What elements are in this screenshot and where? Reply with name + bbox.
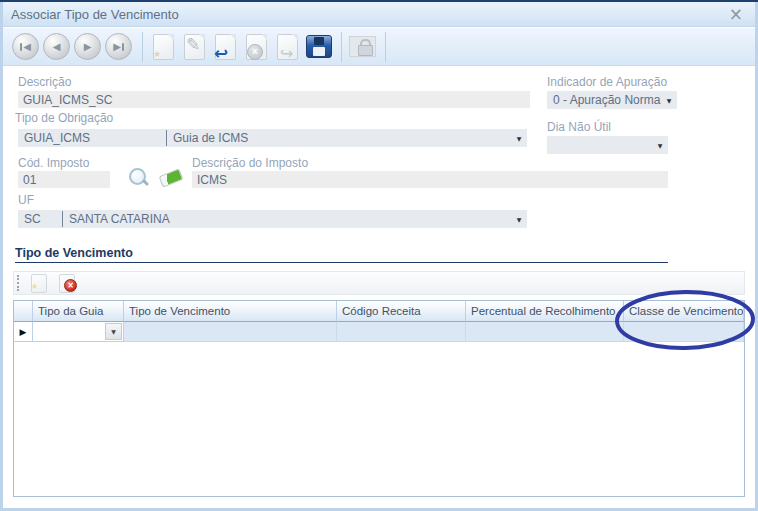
previous-record-button[interactable]: ◀ bbox=[43, 33, 70, 60]
toolbar-separator bbox=[341, 32, 342, 62]
grid-toolbar: ★ × bbox=[13, 271, 745, 295]
last-record-button[interactable]: ▶ bbox=[105, 33, 132, 60]
lock-panel-icon bbox=[349, 36, 376, 57]
grid-header-row: Tipo da Guia Tipo de Vencimento Código R… bbox=[14, 301, 744, 322]
cod-imposto-field[interactable]: 01 bbox=[18, 171, 110, 188]
cell-classe-de-vencimento[interactable] bbox=[624, 322, 744, 342]
first-record-bar-icon bbox=[20, 43, 22, 51]
uf-combobox[interactable]: SC SANTA CATARINA ▼ bbox=[18, 210, 527, 228]
next-record-button[interactable]: ▶ bbox=[74, 33, 101, 60]
search-icon[interactable] bbox=[129, 168, 146, 185]
grid-header-percentual-de-recolhimento[interactable]: Percentual de Recolhimento bbox=[466, 301, 624, 322]
indicador-apuracao-label: Indicador de Apuração bbox=[547, 75, 667, 89]
descricao-imposto-field[interactable]: ICMS bbox=[192, 171, 668, 188]
close-icon[interactable]: × bbox=[725, 6, 747, 23]
cancel-x-icon: × bbox=[247, 44, 263, 60]
cancel-button[interactable]: × bbox=[242, 31, 271, 63]
dialog-associar-tipo-de-vencimento: Associar Tipo de Vencimento × ◀ ◀ ▶ ▶ ★ … bbox=[0, 0, 758, 511]
lock-button[interactable] bbox=[348, 31, 377, 63]
redo-arrow-icon: ↪ bbox=[280, 46, 293, 62]
cell-tipo-da-guia[interactable]: ▼ bbox=[33, 322, 124, 342]
main-toolbar: ◀ ◀ ▶ ▶ ★ ✎ ↩ × ↪ bbox=[3, 28, 755, 66]
cell-tipo-de-vencimento[interactable] bbox=[124, 322, 337, 342]
row-selector-icon: ▶ bbox=[20, 327, 27, 337]
first-record-button[interactable]: ◀ bbox=[12, 33, 39, 60]
eraser-icon[interactable] bbox=[159, 168, 184, 187]
chevron-down-icon[interactable]: ▼ bbox=[105, 323, 122, 340]
add-row-button[interactable]: ★ bbox=[27, 273, 51, 293]
dia-nao-util-combobox[interactable]: ▼ bbox=[547, 136, 668, 154]
cell-percentual-de-recolhimento[interactable] bbox=[466, 322, 624, 342]
descricao-imposto-label: Descrição do Imposto bbox=[192, 156, 308, 170]
section-title-tipo-de-vencimento: Tipo de Vencimento bbox=[15, 246, 668, 263]
chevron-down-icon[interactable]: ▼ bbox=[652, 142, 668, 149]
uf-label: UF bbox=[18, 193, 34, 207]
undo-arrow-icon: ↩ bbox=[214, 45, 228, 62]
last-record-arrow-icon: ▶ bbox=[113, 42, 121, 52]
grid-header-tipo-de-vencimento[interactable]: Tipo de Vencimento bbox=[124, 301, 337, 322]
save-floppy-icon bbox=[306, 35, 332, 58]
first-record-arrow-icon: ◀ bbox=[23, 42, 31, 52]
uf-code: SC bbox=[18, 212, 62, 226]
add-row-star-icon: ★ bbox=[31, 282, 38, 291]
cell-codigo-receita[interactable] bbox=[337, 322, 466, 342]
dia-nao-util-label: Dia Não Útil bbox=[547, 120, 611, 134]
cod-imposto-label: Cód. Imposto bbox=[18, 156, 89, 170]
window-border-left bbox=[0, 2, 3, 511]
tipo-obrigacao-label: Tipo de Obrigação bbox=[15, 111, 113, 125]
delete-row-x-icon: × bbox=[64, 279, 77, 292]
previous-record-arrow-icon: ◀ bbox=[53, 42, 61, 52]
grid-header-selector bbox=[14, 301, 33, 322]
uf-name: SANTA CATARINA bbox=[63, 212, 511, 226]
padlock-body-icon bbox=[358, 45, 373, 56]
new-star-icon: ★ bbox=[153, 50, 161, 59]
toolbar-separator bbox=[142, 32, 143, 62]
chevron-down-icon[interactable]: ▼ bbox=[511, 216, 527, 223]
next-record-arrow-icon: ▶ bbox=[84, 42, 92, 52]
table-row: ▶ ▼ bbox=[14, 322, 744, 342]
tipo-obrigacao-name: Guia de ICMS bbox=[167, 131, 511, 145]
last-record-bar-icon bbox=[122, 43, 124, 51]
delete-row-button[interactable]: × bbox=[55, 273, 79, 293]
grid-header-tipo-da-guia[interactable]: Tipo da Guia bbox=[33, 301, 124, 322]
tipo-obrigacao-code: GUIA_ICMS bbox=[18, 131, 166, 145]
undo-button[interactable]: ↩ bbox=[211, 31, 240, 63]
descricao-label: Descrição bbox=[18, 75, 71, 89]
tipo-vencimento-grid: Tipo da Guia Tipo de Vencimento Código R… bbox=[13, 300, 745, 497]
descricao-field[interactable]: GUIA_ICMS_SC bbox=[18, 91, 530, 108]
edit-record-button[interactable]: ✎ bbox=[180, 31, 209, 63]
edit-pencil-icon: ✎ bbox=[186, 36, 200, 53]
grid-header-codigo-receita[interactable]: Código Receita bbox=[337, 301, 466, 322]
toolbar-separator bbox=[385, 32, 386, 62]
grid-header-classe-de-vencimento[interactable]: Classe de Vencimento bbox=[624, 301, 744, 322]
new-record-button[interactable]: ★ bbox=[149, 31, 178, 63]
title-bar: Associar Tipo de Vencimento × bbox=[3, 2, 755, 27]
redo-button[interactable]: ↪ bbox=[273, 31, 302, 63]
indicador-apuracao-value: 0 - Apuração Normal bbox=[547, 93, 661, 107]
row-selector-cell[interactable]: ▶ bbox=[14, 322, 33, 342]
window-title: Associar Tipo de Vencimento bbox=[11, 7, 179, 22]
chevron-down-icon[interactable]: ▼ bbox=[661, 97, 677, 104]
save-button[interactable] bbox=[304, 31, 333, 63]
toolbar-grip-icon bbox=[17, 275, 19, 291]
chevron-down-icon[interactable]: ▼ bbox=[511, 135, 527, 142]
tipo-obrigacao-combobox[interactable]: GUIA_ICMS Guia de ICMS ▼ bbox=[18, 129, 527, 147]
indicador-apuracao-combobox[interactable]: 0 - Apuração Normal ▼ bbox=[547, 91, 677, 109]
